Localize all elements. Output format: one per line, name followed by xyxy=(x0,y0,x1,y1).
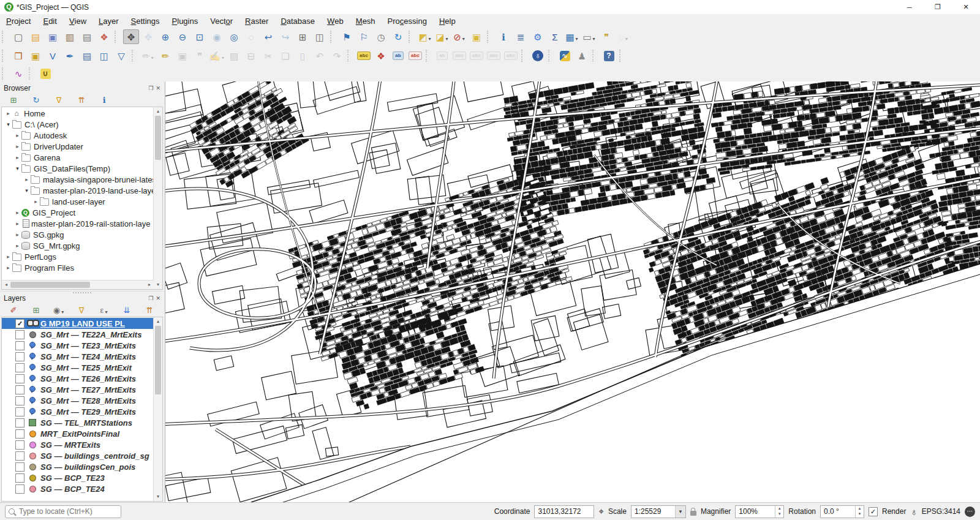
show-layout-manager-button[interactable]: ▤ xyxy=(79,29,95,44)
new-spatial-bookmark-button[interactable]: ⚑ xyxy=(339,29,355,44)
browser-item-sg-gpkg[interactable]: ▸SG.gpkg xyxy=(2,229,154,240)
measure-button[interactable]: ▭▾ xyxy=(581,29,597,44)
menu-view[interactable]: View xyxy=(63,14,92,28)
menu-raster[interactable]: Raster xyxy=(239,14,274,28)
select-by-location-button[interactable]: ▣ xyxy=(469,29,484,44)
processing-toolbox-button[interactable]: ⚙ xyxy=(530,29,546,44)
browser-hscrollbar-arrow-1[interactable]: ◂ xyxy=(2,281,10,289)
render-checkbox[interactable]: ✓ xyxy=(869,507,878,516)
layer-item-sg-mrt-te23-mrtexits[interactable]: SG_Mrt — TE23_MrtExits xyxy=(2,340,154,351)
browser-item-home[interactable]: ▸⌂Home xyxy=(2,108,154,119)
browser-item-gis-project[interactable]: ▸QGIS_Project xyxy=(2,207,154,218)
shape-digitizing-button[interactable]: ∪ xyxy=(37,66,53,81)
browser-vscrollbar-arrow-1[interactable]: ▴ xyxy=(154,107,162,116)
layers-manage-themes-dropdown-icon[interactable]: ▾ xyxy=(61,309,64,315)
layer-item-sg-buildings-centroid-sg[interactable]: SG — buildings_centroid_sg xyxy=(2,450,154,461)
layer-item-sg-bcp-te23[interactable]: SG — BCP_TE23 xyxy=(2,472,154,483)
layer-visibility-checkbox[interactable] xyxy=(15,451,24,461)
layers-vscrollbar[interactable]: ▴▾ xyxy=(153,317,162,501)
new-gpx-layer-button[interactable]: ▽ xyxy=(113,48,129,63)
layers-manage-themes-button[interactable]: ◉▾ xyxy=(51,303,67,318)
layer-item-sg-mrt-te22a-mrtexits[interactable]: SG_Mrt — TE22A_MrtExits xyxy=(2,329,154,340)
expand-icon[interactable]: ▸ xyxy=(32,198,40,205)
layers-filter-expression-button[interactable]: ε▾ xyxy=(96,303,112,318)
toggle-editing-button[interactable]: ✏ xyxy=(157,48,173,63)
layers-vscrollbar-arrow-1[interactable]: ▴ xyxy=(154,317,162,326)
messages-button[interactable]: ⋯ xyxy=(965,507,975,517)
new-map-view-button[interactable]: ⊞ xyxy=(295,29,311,44)
layer-item-sg-mrt-te29-mrtexits[interactable]: SG_Mrt — TE29_MrtExits xyxy=(2,406,154,417)
browser-vscrollbar[interactable]: ▴▾ xyxy=(153,107,162,289)
browser-hscrollbar-thumb[interactable] xyxy=(10,282,90,288)
rotation-spin-buttons[interactable]: ▲▼ xyxy=(855,506,864,518)
browser-close-button[interactable]: ✕ xyxy=(156,85,160,91)
pin-labels-button[interactable]: ab xyxy=(390,48,406,63)
menu-edit[interactable]: Edit xyxy=(37,14,62,28)
layers-filter-legend-button[interactable]: ∇ xyxy=(74,303,89,318)
select-features-by-value-button[interactable]: ◪▾ xyxy=(434,29,450,44)
show-statistics-button[interactable]: Σ xyxy=(547,29,563,44)
browser-hscrollbar[interactable]: ◂▸ xyxy=(2,280,154,289)
new-project-button[interactable]: ▢ xyxy=(10,29,26,44)
refresh-map-button[interactable]: ↻ xyxy=(390,29,406,44)
layers-vscrollbar-thumb[interactable] xyxy=(155,326,161,394)
expand-icon[interactable]: ▸ xyxy=(13,209,21,216)
layer-item-mrt-exitpointsfinal[interactable]: MRT_ExitPointsFinal xyxy=(2,428,154,439)
browser-hscrollbar-arrow-2[interactable]: ▸ xyxy=(145,281,154,289)
expand-icon[interactable]: ▸ xyxy=(4,265,12,271)
zoom-full-button[interactable]: ⊡ xyxy=(192,29,208,44)
scale-dropdown-icon[interactable]: ▼ xyxy=(675,506,685,518)
select-features-button[interactable]: ◩▾ xyxy=(417,29,433,44)
expand-icon[interactable]: ▸ xyxy=(13,132,21,138)
layer-visibility-checkbox[interactable] xyxy=(15,418,24,428)
save-project-button[interactable]: ▣ xyxy=(45,29,61,44)
layer-visibility-checkbox[interactable]: ✓ xyxy=(15,319,24,328)
browser-vscrollbar-arrow-2[interactable]: ▾ xyxy=(154,281,162,289)
menu-project[interactable]: Project xyxy=(0,14,37,28)
menu-help[interactable]: Help xyxy=(433,14,462,28)
coordinate-field[interactable]: 31013,32172 xyxy=(534,505,594,518)
layer-visibility-checkbox[interactable] xyxy=(15,462,24,472)
map-canvas[interactable] xyxy=(165,81,980,502)
magnifier-spinner[interactable]: 100% ▲▼ xyxy=(735,505,784,518)
deselect-features-button[interactable]: ⊘▾ xyxy=(451,29,467,44)
expand-icon[interactable]: ▸ xyxy=(13,220,21,227)
layer-visibility-checkbox[interactable] xyxy=(15,440,24,450)
layers-expand-all-button[interactable]: ⇊ xyxy=(119,303,135,318)
expand-icon[interactable]: ▸ xyxy=(13,154,21,160)
browser-item-perflogs[interactable]: ▸PerfLogs xyxy=(2,251,154,262)
browser-item-autodesk[interactable]: ▸Autodesk xyxy=(2,130,154,141)
layer-visibility-checkbox[interactable] xyxy=(15,374,24,383)
new-print-layout-button[interactable]: ▥ xyxy=(62,29,78,44)
browser-properties-button[interactable]: ℹ xyxy=(96,93,112,108)
layers-close-button[interactable]: ✕ xyxy=(156,295,160,301)
scale-combo[interactable]: 1:25529 ▼ xyxy=(631,505,686,518)
layer-item-sg-mrt-te25-mrtexit[interactable]: SG_Mrt — TE25_MrtExit xyxy=(2,362,154,373)
layer-visibility-checkbox[interactable] xyxy=(15,341,24,350)
browser-item-garena[interactable]: ▸Garena xyxy=(2,152,154,163)
zoom-out-button[interactable]: ⊖ xyxy=(175,29,190,44)
browser-item-malaysia-singapore-brunei-latest-[interactable]: ▸malaysia-singapore-brunei-latest- xyxy=(2,174,154,185)
layer-item-sg-mrtexits[interactable]: SG — MRTExits xyxy=(2,439,154,450)
layers-vscrollbar-arrow-2[interactable]: ▾ xyxy=(154,492,162,501)
browser-collapse-all-button[interactable]: ⇈ xyxy=(74,93,89,108)
magnifier-spin-buttons[interactable]: ▲▼ xyxy=(775,506,783,518)
zoom-in-button[interactable]: ⊕ xyxy=(157,29,173,44)
collapse-icon[interactable]: ▾ xyxy=(4,121,12,127)
metasearch-button[interactable]: ♁ xyxy=(530,48,546,63)
new-virtual-layer-button[interactable]: ▤ xyxy=(79,48,95,63)
browser-float-button[interactable]: ❐ xyxy=(148,85,153,91)
zoom-last-button[interactable]: ↩ xyxy=(260,29,276,44)
new-3d-map-view-button[interactable]: ◫ xyxy=(312,29,328,44)
layer-labeling-button[interactable]: abc xyxy=(356,48,372,63)
open-attribute-table-button[interactable]: ▦▾ xyxy=(564,29,580,44)
browser-filter-button[interactable]: ∇ xyxy=(51,93,67,108)
crs-globe-icon[interactable]: ♁ xyxy=(910,507,917,517)
layer-item-sg-buildingscen-pois[interactable]: SG — buildingsCen_pois xyxy=(2,461,154,472)
layer-visibility-checkbox[interactable] xyxy=(15,473,24,483)
expand-icon[interactable]: ▸ xyxy=(23,176,31,183)
menu-layer[interactable]: Layer xyxy=(92,14,125,28)
help-contents-button[interactable]: ? xyxy=(601,48,617,63)
zoom-to-layer-button[interactable]: ◎ xyxy=(226,29,242,44)
layer-visibility-checkbox[interactable] xyxy=(15,396,24,405)
